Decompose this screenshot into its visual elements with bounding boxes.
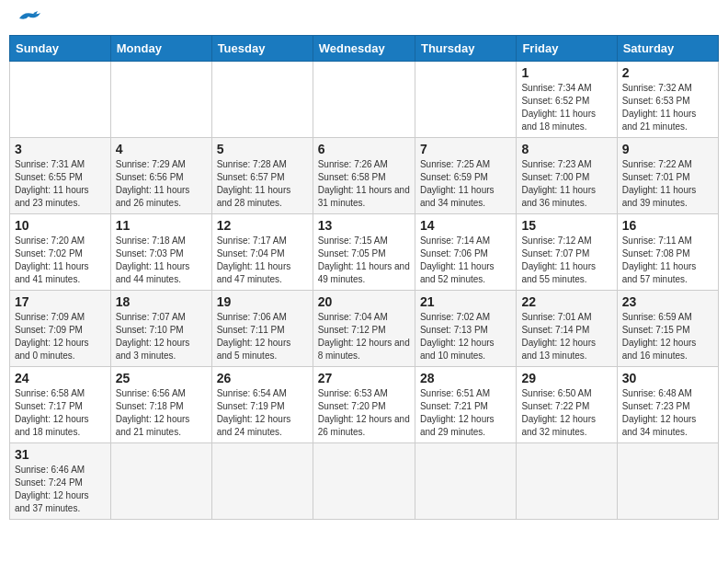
day-number: 30 (622, 371, 713, 385)
calendar-cell (10, 62, 111, 138)
day-info: Sunrise: 6:59 AM Sunset: 7:15 PM Dayligh… (622, 311, 713, 362)
calendar-cell (415, 62, 516, 138)
day-number: 31 (15, 447, 106, 462)
day-info: Sunrise: 7:20 AM Sunset: 7:02 PM Dayligh… (15, 235, 106, 286)
day-number: 23 (622, 294, 713, 309)
calendar-cell: 15Sunrise: 7:12 AM Sunset: 7:07 PM Dayli… (517, 214, 617, 291)
day-number: 29 (521, 371, 611, 385)
day-info: Sunrise: 6:50 AM Sunset: 7:22 PM Dayligh… (521, 387, 611, 439)
calendar-cell: 6Sunrise: 7:26 AM Sunset: 6:58 PM Daylig… (313, 138, 415, 214)
calendar-cell (211, 62, 313, 138)
day-info: Sunrise: 6:58 AM Sunset: 7:17 PM Dayligh… (15, 387, 106, 439)
calendar-cell: 24Sunrise: 6:58 AM Sunset: 7:17 PM Dayli… (10, 367, 111, 443)
day-number: 20 (318, 294, 410, 309)
day-number: 28 (420, 371, 511, 385)
day-number: 17 (15, 294, 106, 309)
calendar-week-2: 10Sunrise: 7:20 AM Sunset: 7:02 PM Dayli… (10, 214, 719, 291)
day-info: Sunrise: 7:25 AM Sunset: 6:59 PM Dayligh… (420, 158, 511, 210)
day-info: Sunrise: 7:14 AM Sunset: 7:06 PM Dayligh… (420, 235, 511, 286)
calendar-header-monday: Monday (110, 36, 211, 62)
calendar-header-sunday: Sunday (10, 36, 111, 62)
day-number: 21 (420, 294, 511, 309)
day-number: 27 (318, 371, 410, 385)
day-number: 24 (15, 371, 106, 385)
day-number: 14 (420, 218, 511, 233)
day-info: Sunrise: 7:32 AM Sunset: 6:53 PM Dayligh… (622, 82, 713, 133)
calendar-cell (415, 443, 516, 520)
day-number: 6 (318, 142, 410, 156)
calendar-cell: 18Sunrise: 7:07 AM Sunset: 7:10 PM Dayli… (110, 291, 211, 367)
calendar-week-0: 1Sunrise: 7:34 AM Sunset: 6:52 PM Daylig… (10, 62, 719, 138)
calendar-cell: 26Sunrise: 6:54 AM Sunset: 7:19 PM Dayli… (211, 367, 313, 443)
calendar-cell: 13Sunrise: 7:15 AM Sunset: 7:05 PM Dayli… (313, 214, 415, 291)
calendar-cell: 9Sunrise: 7:22 AM Sunset: 7:01 PM Daylig… (617, 138, 718, 214)
day-info: Sunrise: 7:07 AM Sunset: 7:10 PM Dayligh… (116, 311, 207, 362)
calendar-cell: 4Sunrise: 7:29 AM Sunset: 6:56 PM Daylig… (110, 138, 211, 214)
calendar-cell: 8Sunrise: 7:23 AM Sunset: 7:00 PM Daylig… (517, 138, 617, 214)
day-number: 1 (521, 65, 611, 80)
calendar-cell (110, 443, 211, 520)
calendar-cell (110, 62, 211, 138)
day-info: Sunrise: 7:29 AM Sunset: 6:56 PM Dayligh… (116, 158, 207, 210)
calendar-cell: 25Sunrise: 6:56 AM Sunset: 7:18 PM Dayli… (110, 367, 211, 443)
day-info: Sunrise: 7:34 AM Sunset: 6:52 PM Dayligh… (521, 82, 611, 133)
day-number: 10 (15, 218, 106, 233)
day-number: 19 (217, 294, 308, 309)
calendar-cell (617, 443, 718, 520)
day-number: 25 (116, 371, 207, 385)
day-info: Sunrise: 7:22 AM Sunset: 7:01 PM Dayligh… (622, 158, 713, 210)
calendar-cell: 16Sunrise: 7:11 AM Sunset: 7:08 PM Dayli… (617, 214, 718, 291)
calendar-week-1: 3Sunrise: 7:31 AM Sunset: 6:55 PM Daylig… (10, 138, 719, 214)
calendar-cell: 7Sunrise: 7:25 AM Sunset: 6:59 PM Daylig… (415, 138, 516, 214)
calendar-cell: 1Sunrise: 7:34 AM Sunset: 6:52 PM Daylig… (517, 62, 617, 138)
day-info: Sunrise: 7:01 AM Sunset: 7:14 PM Dayligh… (521, 311, 611, 362)
day-info: Sunrise: 6:48 AM Sunset: 7:23 PM Dayligh… (622, 387, 713, 439)
day-number: 7 (420, 142, 511, 156)
day-number: 13 (318, 218, 410, 233)
day-info: Sunrise: 7:02 AM Sunset: 7:13 PM Dayligh… (420, 311, 511, 362)
day-info: Sunrise: 7:28 AM Sunset: 6:57 PM Dayligh… (217, 158, 308, 210)
calendar-cell: 12Sunrise: 7:17 AM Sunset: 7:04 PM Dayli… (211, 214, 313, 291)
day-number: 22 (521, 294, 611, 309)
calendar-cell: 11Sunrise: 7:18 AM Sunset: 7:03 PM Dayli… (110, 214, 211, 291)
calendar-cell: 2Sunrise: 7:32 AM Sunset: 6:53 PM Daylig… (617, 62, 718, 138)
calendar-header-saturday: Saturday (617, 36, 718, 62)
calendar-cell: 31Sunrise: 6:46 AM Sunset: 7:24 PM Dayli… (10, 443, 111, 520)
calendar-cell (211, 443, 313, 520)
day-number: 11 (116, 218, 207, 233)
page-header (9, 9, 719, 28)
calendar-cell: 17Sunrise: 7:09 AM Sunset: 7:09 PM Dayli… (10, 291, 111, 367)
day-info: Sunrise: 7:11 AM Sunset: 7:08 PM Dayligh… (622, 235, 713, 286)
day-number: 18 (116, 294, 207, 309)
day-number: 5 (217, 142, 308, 156)
calendar-cell: 30Sunrise: 6:48 AM Sunset: 7:23 PM Dayli… (617, 367, 718, 443)
calendar-week-3: 17Sunrise: 7:09 AM Sunset: 7:09 PM Dayli… (10, 291, 719, 367)
calendar-cell: 14Sunrise: 7:14 AM Sunset: 7:06 PM Dayli… (415, 214, 516, 291)
calendar-header-row: SundayMondayTuesdayWednesdayThursdayFrid… (10, 36, 719, 62)
day-number: 2 (622, 65, 713, 80)
day-info: Sunrise: 7:26 AM Sunset: 6:58 PM Dayligh… (318, 158, 410, 210)
calendar-cell: 21Sunrise: 7:02 AM Sunset: 7:13 PM Dayli… (415, 291, 516, 367)
calendar-table: SundayMondayTuesdayWednesdayThursdayFrid… (9, 35, 719, 520)
day-number: 8 (521, 142, 611, 156)
day-info: Sunrise: 6:46 AM Sunset: 7:24 PM Dayligh… (15, 464, 106, 515)
day-info: Sunrise: 7:31 AM Sunset: 6:55 PM Dayligh… (15, 158, 106, 210)
day-number: 3 (15, 142, 106, 156)
calendar-header-tuesday: Tuesday (211, 36, 313, 62)
calendar-cell: 19Sunrise: 7:06 AM Sunset: 7:11 PM Dayli… (211, 291, 313, 367)
day-number: 15 (521, 218, 611, 233)
logo-bird-icon (15, 9, 42, 28)
calendar-week-4: 24Sunrise: 6:58 AM Sunset: 7:17 PM Dayli… (10, 367, 719, 443)
calendar-cell (313, 62, 415, 138)
calendar-cell: 23Sunrise: 6:59 AM Sunset: 7:15 PM Dayli… (617, 291, 718, 367)
calendar-header-thursday: Thursday (415, 36, 516, 62)
day-info: Sunrise: 7:17 AM Sunset: 7:04 PM Dayligh… (217, 235, 308, 286)
day-info: Sunrise: 7:09 AM Sunset: 7:09 PM Dayligh… (15, 311, 106, 362)
calendar-header-friday: Friday (517, 36, 617, 62)
day-number: 12 (217, 218, 308, 233)
day-info: Sunrise: 7:12 AM Sunset: 7:07 PM Dayligh… (521, 235, 611, 286)
day-number: 16 (622, 218, 713, 233)
day-info: Sunrise: 7:18 AM Sunset: 7:03 PM Dayligh… (116, 235, 207, 286)
calendar-cell: 10Sunrise: 7:20 AM Sunset: 7:02 PM Dayli… (10, 214, 111, 291)
calendar-cell (313, 443, 415, 520)
